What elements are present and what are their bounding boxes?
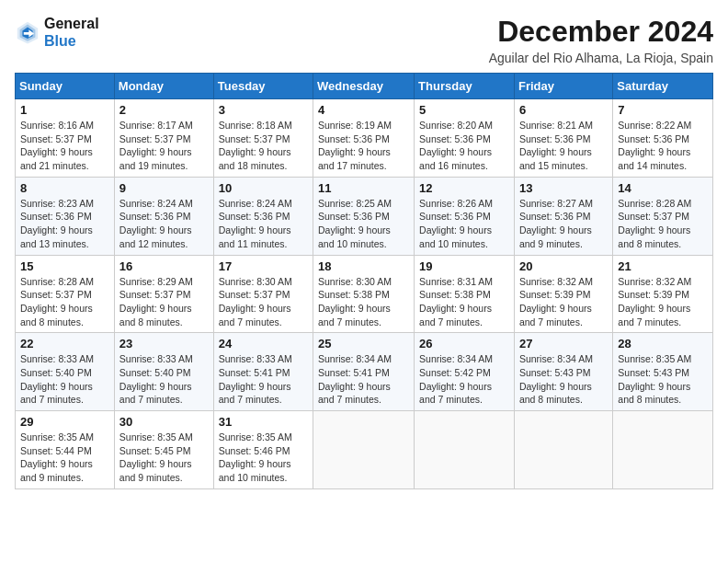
day-info: Sunrise: 8:20 AM Sunset: 5:36 PM Dayligh… (419, 119, 509, 173)
day-info: Sunrise: 8:35 AM Sunset: 5:45 PM Dayligh… (119, 431, 209, 485)
day-info: Sunrise: 8:35 AM Sunset: 5:44 PM Dayligh… (20, 431, 109, 485)
calendar-cell: 1 Sunrise: 8:16 AM Sunset: 5:37 PM Dayli… (16, 99, 115, 178)
calendar-cell: 17 Sunrise: 8:30 AM Sunset: 5:37 PM Dayl… (213, 255, 313, 333)
calendar-cell (613, 411, 713, 489)
day-number: 17 (219, 259, 308, 273)
calendar-cell: 15 Sunrise: 8:28 AM Sunset: 5:37 PM Dayl… (16, 255, 115, 333)
calendar-cell: 22 Sunrise: 8:33 AM Sunset: 5:40 PM Dayl… (16, 333, 115, 411)
day-info: Sunrise: 8:34 AM Sunset: 5:43 PM Dayligh… (519, 352, 608, 407)
calendar-cell: 18 Sunrise: 8:30 AM Sunset: 5:38 PM Dayl… (313, 255, 415, 333)
day-info: Sunrise: 8:24 AM Sunset: 5:36 PM Dayligh… (219, 197, 308, 251)
day-info: Sunrise: 8:26 AM Sunset: 5:36 PM Dayligh… (419, 197, 509, 251)
day-info: Sunrise: 8:30 AM Sunset: 5:37 PM Dayligh… (219, 275, 308, 329)
calendar-cell: 11 Sunrise: 8:25 AM Sunset: 5:36 PM Dayl… (313, 177, 415, 255)
day-number: 13 (519, 181, 608, 195)
day-info: Sunrise: 8:31 AM Sunset: 5:38 PM Dayligh… (419, 275, 509, 329)
location-subtitle: Aguilar del Rio Alhama, La Rioja, Spain (489, 51, 713, 65)
calendar-cell: 14 Sunrise: 8:28 AM Sunset: 5:37 PM Dayl… (613, 177, 713, 255)
logo-icon (15, 19, 40, 45)
day-number: 30 (119, 415, 209, 429)
calendar-cell: 21 Sunrise: 8:32 AM Sunset: 5:39 PM Dayl… (613, 255, 713, 333)
day-number: 7 (618, 103, 708, 117)
day-number: 22 (20, 337, 109, 350)
title-block: December 2024 Aguilar del Rio Alhama, La… (489, 15, 713, 65)
calendar-cell: 19 Sunrise: 8:31 AM Sunset: 5:38 PM Dayl… (415, 255, 515, 333)
calendar-cell: 16 Sunrise: 8:29 AM Sunset: 5:37 PM Dayl… (114, 255, 213, 333)
day-info: Sunrise: 8:33 AM Sunset: 5:40 PM Dayligh… (119, 352, 209, 407)
day-number: 27 (519, 337, 608, 350)
day-number: 4 (318, 103, 409, 117)
calendar-cell: 20 Sunrise: 8:32 AM Sunset: 5:39 PM Dayl… (514, 255, 612, 333)
calendar-cell: 31 Sunrise: 8:35 AM Sunset: 5:46 PM Dayl… (213, 411, 313, 489)
calendar-cell: 4 Sunrise: 8:19 AM Sunset: 5:36 PM Dayli… (313, 99, 415, 178)
day-number: 9 (119, 181, 209, 195)
day-number: 31 (219, 415, 308, 429)
calendar-cell: 6 Sunrise: 8:21 AM Sunset: 5:36 PM Dayli… (514, 99, 612, 178)
day-number: 12 (419, 181, 509, 195)
calendar-cell: 3 Sunrise: 8:18 AM Sunset: 5:37 PM Dayli… (213, 99, 313, 178)
day-info: Sunrise: 8:34 AM Sunset: 5:42 PM Dayligh… (419, 352, 509, 407)
day-number: 16 (119, 259, 209, 273)
page-header: General Blue December 2024 Aguilar del R… (15, 15, 713, 65)
day-number: 5 (419, 103, 509, 117)
calendar-cell (313, 411, 415, 489)
calendar-cell: 23 Sunrise: 8:33 AM Sunset: 5:40 PM Dayl… (114, 333, 213, 411)
day-info: Sunrise: 8:28 AM Sunset: 5:37 PM Dayligh… (618, 197, 708, 251)
day-info: Sunrise: 8:19 AM Sunset: 5:36 PM Dayligh… (318, 119, 409, 173)
calendar-cell (514, 411, 612, 489)
calendar-cell: 29 Sunrise: 8:35 AM Sunset: 5:44 PM Dayl… (16, 411, 115, 489)
day-info: Sunrise: 8:16 AM Sunset: 5:37 PM Dayligh… (20, 119, 109, 173)
calendar-cell: 7 Sunrise: 8:22 AM Sunset: 5:36 PM Dayli… (613, 99, 713, 178)
day-number: 1 (20, 103, 109, 117)
calendar-cell: 13 Sunrise: 8:27 AM Sunset: 5:36 PM Dayl… (514, 177, 612, 255)
day-header-monday: Monday (114, 74, 213, 99)
day-info: Sunrise: 8:35 AM Sunset: 5:43 PM Dayligh… (618, 352, 708, 407)
calendar-cell: 30 Sunrise: 8:35 AM Sunset: 5:45 PM Dayl… (114, 411, 213, 489)
day-number: 18 (318, 259, 409, 273)
day-info: Sunrise: 8:34 AM Sunset: 5:41 PM Dayligh… (318, 352, 409, 407)
day-header-friday: Friday (514, 74, 612, 99)
day-number: 3 (219, 103, 308, 117)
day-number: 29 (20, 415, 109, 429)
calendar-cell: 5 Sunrise: 8:20 AM Sunset: 5:36 PM Dayli… (415, 99, 515, 178)
day-info: Sunrise: 8:32 AM Sunset: 5:39 PM Dayligh… (618, 275, 708, 329)
calendar-cell: 27 Sunrise: 8:34 AM Sunset: 5:43 PM Dayl… (514, 333, 612, 411)
day-header-wednesday: Wednesday (313, 74, 415, 99)
logo-line1: General (44, 15, 99, 32)
day-info: Sunrise: 8:33 AM Sunset: 5:40 PM Dayligh… (20, 352, 109, 407)
day-number: 11 (318, 181, 409, 195)
day-info: Sunrise: 8:18 AM Sunset: 5:37 PM Dayligh… (219, 119, 308, 173)
calendar-cell: 26 Sunrise: 8:34 AM Sunset: 5:42 PM Dayl… (415, 333, 515, 411)
day-number: 25 (318, 337, 409, 350)
logo: General Blue (15, 15, 99, 50)
day-number: 2 (119, 103, 209, 117)
logo-line2: Blue (44, 32, 99, 50)
day-info: Sunrise: 8:23 AM Sunset: 5:36 PM Dayligh… (20, 197, 109, 251)
calendar-cell: 28 Sunrise: 8:35 AM Sunset: 5:43 PM Dayl… (613, 333, 713, 411)
day-number: 28 (618, 337, 708, 350)
calendar-table: SundayMondayTuesdayWednesdayThursdayFrid… (15, 73, 713, 489)
day-number: 14 (618, 181, 708, 195)
day-info: Sunrise: 8:25 AM Sunset: 5:36 PM Dayligh… (318, 197, 409, 251)
day-info: Sunrise: 8:30 AM Sunset: 5:38 PM Dayligh… (318, 275, 409, 329)
day-header-saturday: Saturday (613, 74, 713, 99)
day-info: Sunrise: 8:29 AM Sunset: 5:37 PM Dayligh… (119, 275, 209, 329)
day-info: Sunrise: 8:22 AM Sunset: 5:36 PM Dayligh… (618, 119, 708, 173)
calendar-cell: 25 Sunrise: 8:34 AM Sunset: 5:41 PM Dayl… (313, 333, 415, 411)
day-info: Sunrise: 8:27 AM Sunset: 5:36 PM Dayligh… (519, 197, 608, 251)
day-header-tuesday: Tuesday (213, 74, 313, 99)
day-info: Sunrise: 8:32 AM Sunset: 5:39 PM Dayligh… (519, 275, 608, 329)
calendar-cell: 12 Sunrise: 8:26 AM Sunset: 5:36 PM Dayl… (415, 177, 515, 255)
calendar-cell: 10 Sunrise: 8:24 AM Sunset: 5:36 PM Dayl… (213, 177, 313, 255)
day-number: 8 (20, 181, 109, 195)
day-header-thursday: Thursday (415, 74, 515, 99)
day-number: 24 (219, 337, 308, 350)
calendar-cell: 24 Sunrise: 8:33 AM Sunset: 5:41 PM Dayl… (213, 333, 313, 411)
day-number: 19 (419, 259, 509, 273)
day-number: 23 (119, 337, 209, 350)
calendar-cell (415, 411, 515, 489)
month-title: December 2024 (489, 15, 713, 49)
day-info: Sunrise: 8:35 AM Sunset: 5:46 PM Dayligh… (219, 431, 308, 485)
calendar-cell: 2 Sunrise: 8:17 AM Sunset: 5:37 PM Dayli… (114, 99, 213, 178)
calendar-cell: 9 Sunrise: 8:24 AM Sunset: 5:36 PM Dayli… (114, 177, 213, 255)
